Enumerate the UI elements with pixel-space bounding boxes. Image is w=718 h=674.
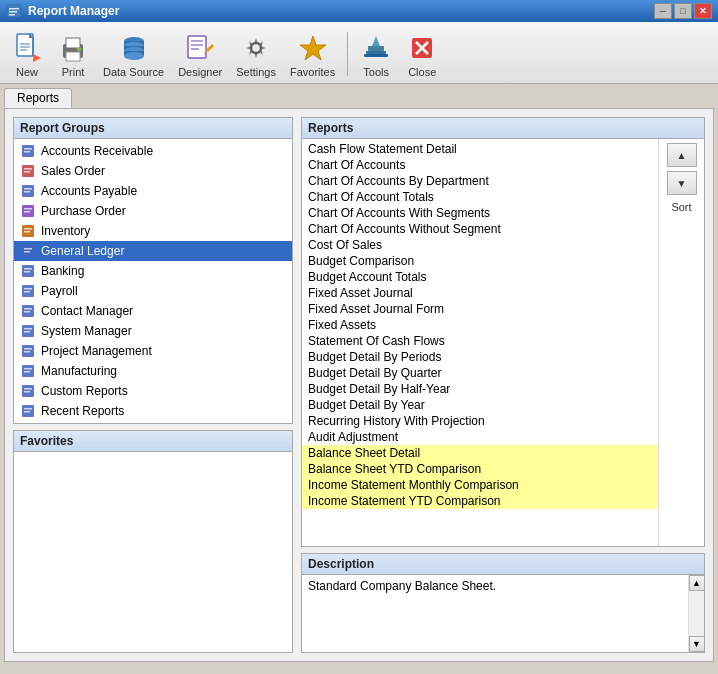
sort-up-button[interactable]: ▲: [667, 143, 697, 167]
svg-rect-69: [24, 371, 30, 373]
svg-rect-50: [24, 248, 32, 250]
sidebar-item-bank[interactable]: Banking: [14, 261, 292, 281]
close-toolbar-label: Close: [408, 66, 436, 78]
sort-down-button[interactable]: ▼: [667, 171, 697, 195]
report-item-r10[interactable]: Fixed Asset Journal: [302, 285, 658, 301]
print-icon: [57, 32, 89, 64]
sidebar-label-ar: Accounts Receivable: [41, 144, 153, 158]
new-icon: [11, 32, 43, 64]
svg-rect-68: [24, 368, 32, 370]
designer-button[interactable]: Designer: [173, 29, 227, 81]
sidebar-item-cr[interactable]: Custom Reports: [14, 381, 292, 401]
report-item-r6[interactable]: Chart Of Accounts Without Segment: [302, 221, 658, 237]
datasource-button[interactable]: Data Source: [98, 29, 169, 81]
report-item-r12[interactable]: Fixed Assets: [302, 317, 658, 333]
report-item-r23[interactable]: Income Statement YTD Comparison: [302, 493, 658, 509]
desc-scroll-down[interactable]: ▼: [689, 636, 705, 652]
svg-marker-9: [33, 54, 41, 62]
sidebar-item-sm[interactable]: System Manager: [14, 321, 292, 341]
sort-label: Sort: [671, 201, 691, 213]
right-panel: Reports Cash Flow Statement DetailChart …: [301, 117, 705, 653]
report-item-r9[interactable]: Budget Account Totals: [302, 269, 658, 285]
report-item-r19[interactable]: Audit Adjustment: [302, 429, 658, 445]
favorites-icon: [297, 32, 329, 64]
sidebar-item-mfg[interactable]: Manufacturing: [14, 361, 292, 381]
reports-header: Reports: [302, 118, 704, 139]
tab-bar: Reports: [0, 84, 718, 108]
favorites-button[interactable]: Favorites: [285, 29, 340, 81]
report-item-r18[interactable]: Recurring History With Projection: [302, 413, 658, 429]
sidebar-item-gl[interactable]: General Ledger: [14, 241, 292, 261]
favorites-box: Favorites: [13, 430, 293, 653]
sidebar-item-rr[interactable]: Recent Reports: [14, 401, 292, 421]
report-item-r14[interactable]: Budget Detail By Periods: [302, 349, 658, 365]
report-item-r15[interactable]: Budget Detail By Quarter: [302, 365, 658, 381]
new-label: New: [16, 66, 38, 78]
sidebar-label-sm: System Manager: [41, 324, 132, 338]
svg-rect-63: [24, 331, 30, 333]
bank-icon: [20, 263, 36, 279]
sidebar-item-ar[interactable]: Accounts Receivable: [14, 141, 292, 161]
svg-rect-12: [66, 52, 80, 61]
description-text: Standard Company Balance Sheet.: [302, 575, 688, 652]
reports-list-wrap[interactable]: Cash Flow Statement DetailChart Of Accou…: [302, 139, 658, 546]
gl-icon: [20, 243, 36, 259]
sidebar-item-so[interactable]: Sales Order: [14, 161, 292, 181]
tools-button[interactable]: Tools: [355, 29, 397, 81]
title-bar: Report Manager ─ □ ✕: [0, 0, 718, 22]
report-item-r22[interactable]: Income Statement Monthly Comparison: [302, 477, 658, 493]
maximize-button[interactable]: □: [674, 3, 692, 19]
report-item-r11[interactable]: Fixed Asset Journal Form: [302, 301, 658, 317]
report-item-r5[interactable]: Chart Of Accounts With Segments: [302, 205, 658, 221]
minimize-button[interactable]: ─: [654, 3, 672, 19]
report-item-r17[interactable]: Budget Detail By Year: [302, 397, 658, 413]
report-groups-header: Report Groups: [14, 118, 292, 139]
reports-list: Cash Flow Statement DetailChart Of Accou…: [302, 139, 658, 511]
report-item-r2[interactable]: Chart Of Accounts: [302, 157, 658, 173]
left-panel: Report Groups Accounts Receivable Sales …: [13, 117, 293, 653]
cm-icon: [20, 303, 36, 319]
new-button[interactable]: New: [6, 29, 48, 81]
sidebar-item-inv[interactable]: Inventory: [14, 221, 292, 241]
favorites-label: Favorites: [290, 66, 335, 78]
report-item-r20[interactable]: Balance Sheet Detail: [302, 445, 658, 461]
favorites-header: Favorites: [14, 431, 292, 452]
sidebar-item-pm[interactable]: Project Management: [14, 341, 292, 361]
report-item-r4[interactable]: Chart Of Account Totals: [302, 189, 658, 205]
svg-rect-42: [24, 191, 30, 193]
close-toolbar-button[interactable]: Close: [401, 29, 443, 81]
settings-button[interactable]: Settings: [231, 29, 281, 81]
report-item-r3[interactable]: Chart Of Accounts By Department: [302, 173, 658, 189]
report-item-r16[interactable]: Budget Detail By Half-Year: [302, 381, 658, 397]
sidebar-item-cm[interactable]: Contact Manager: [14, 301, 292, 321]
sidebar-label-mfg: Manufacturing: [41, 364, 117, 378]
report-item-r21[interactable]: Balance Sheet YTD Comparison: [302, 461, 658, 477]
svg-rect-47: [24, 228, 32, 230]
tools-icon: [360, 32, 392, 64]
description-section: Description Standard Company Balance She…: [301, 553, 705, 653]
report-item-r8[interactable]: Budget Comparison: [302, 253, 658, 269]
svg-rect-35: [24, 148, 32, 150]
svg-point-20: [124, 52, 144, 60]
close-button[interactable]: ✕: [694, 3, 712, 19]
tools-label: Tools: [363, 66, 389, 78]
pm-icon: [20, 343, 36, 359]
svg-rect-3: [9, 14, 15, 16]
print-button[interactable]: Print: [52, 29, 94, 81]
po-icon: [20, 203, 36, 219]
sidebar-item-po[interactable]: Purchase Order: [14, 201, 292, 221]
svg-rect-53: [24, 268, 32, 270]
desc-scroll-up[interactable]: ▲: [689, 575, 705, 591]
report-item-r13[interactable]: Statement Of Cash Flows: [302, 333, 658, 349]
svg-rect-39: [24, 171, 30, 173]
settings-label: Settings: [236, 66, 276, 78]
report-item-r7[interactable]: Cost Of Sales: [302, 237, 658, 253]
toolbar: New Print Data Source: [0, 22, 718, 84]
toolbar-separator: [347, 32, 348, 76]
report-item-r1[interactable]: Cash Flow Statement Detail: [302, 141, 658, 157]
svg-rect-28: [366, 51, 386, 54]
svg-rect-75: [24, 411, 30, 413]
sidebar-item-pay[interactable]: Payroll: [14, 281, 292, 301]
tab-reports[interactable]: Reports: [4, 88, 72, 108]
sidebar-item-ap[interactable]: Accounts Payable: [14, 181, 292, 201]
